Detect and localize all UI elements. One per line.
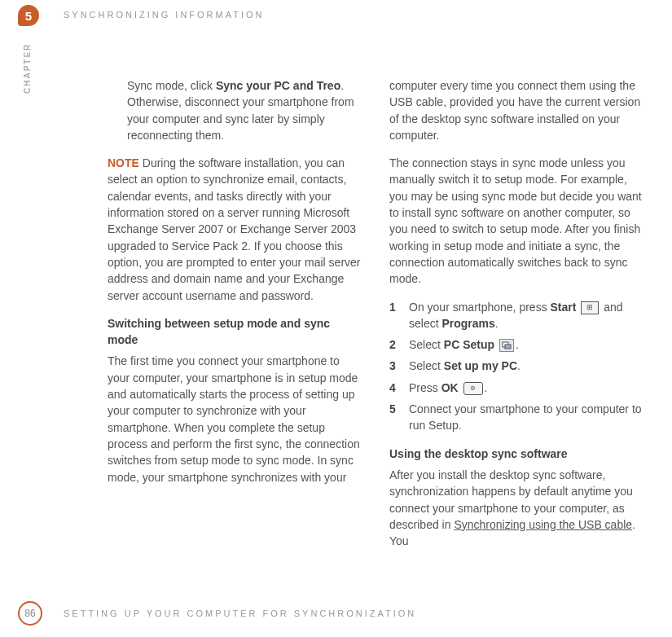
step-number: 1 [389, 299, 409, 332]
text: On your smartphone, press [409, 301, 551, 314]
chapter-number-badge: 5 [18, 5, 39, 26]
text: . [485, 381, 488, 394]
list-item: 2 Select PC Setup . [389, 336, 645, 353]
ok-icon: ⊚ [463, 382, 483, 395]
text: . [495, 317, 499, 330]
column-right: computer every time you connect them usi… [389, 77, 645, 560]
list-item: 4 Press OK ⊚. [389, 380, 645, 396]
paragraph-computer-connect: computer every time you connect them usi… [389, 77, 645, 143]
step-text: Press OK ⊚. [409, 380, 645, 396]
list-item: 5 Connect your smartphone to your comput… [389, 401, 645, 434]
paragraph-after-install: After you install the desktop sync softw… [389, 467, 645, 549]
list-item: 1 On your smartphone, press Start ⊞ and … [389, 299, 645, 332]
step-text: Select PC Setup . [409, 336, 645, 353]
paragraph-first-connect: The first time you connect your smartpho… [108, 353, 363, 485]
bold-text: PC Setup [444, 338, 494, 351]
text: . [516, 338, 519, 351]
paragraph-sync-mode: Sync mode, click Sync your PC and Treo. … [108, 77, 363, 143]
bold-text: Start [551, 301, 577, 314]
step-number: 2 [389, 336, 409, 353]
text: Select [409, 338, 444, 351]
text: Sync mode, click [127, 79, 216, 92]
step-text: Connect your smartphone to your computer… [409, 401, 645, 434]
link-sync-usb[interactable]: Synchronizing using the USB cable [454, 518, 632, 531]
step-text: On your smartphone, press Start ⊞ and se… [409, 299, 645, 332]
note-paragraph: NOTE During the software installation, y… [108, 155, 363, 304]
svg-rect-1 [505, 345, 511, 349]
step-number: 4 [389, 380, 409, 396]
steps-list: 1 On your smartphone, press Start ⊞ and … [389, 299, 645, 434]
start-icon: ⊞ [581, 301, 599, 314]
step-text: Select Set up my PC. [409, 358, 645, 374]
text: Press [409, 381, 441, 394]
page-number-badge: 86 [18, 601, 42, 626]
note-label: NOTE [108, 156, 139, 169]
list-item: 3 Select Set up my PC. [389, 358, 645, 374]
text: Select [409, 359, 444, 372]
column-left: Sync mode, click Sync your PC and Treo. … [108, 77, 363, 560]
subheading-desktop-sync: Using the desktop sync software [389, 446, 645, 462]
subheading-switching-modes: Switching between setup mode and sync mo… [108, 315, 363, 349]
step-number: 3 [389, 358, 409, 374]
page-header-title: SYNCHRONIZING INFORMATION [64, 10, 265, 20]
chapter-side-label: CHAPTER [23, 43, 32, 94]
bold-text: Sync your PC and Treo [216, 79, 340, 92]
bold-text: Set up my PC [444, 359, 517, 372]
page-footer-title: SETTING UP YOUR COMPUTER FOR SYNCHRONIZA… [64, 608, 416, 618]
bold-text: Programs [441, 317, 494, 330]
step-number: 5 [389, 401, 409, 434]
note-body: During the software installation, you ca… [108, 156, 361, 301]
bold-text: OK [441, 381, 459, 394]
page-content: Sync mode, click Sync your PC and Treo. … [108, 77, 645, 560]
paragraph-connection-stays: The connection stays in sync mode unless… [389, 155, 645, 287]
text: . [517, 359, 520, 372]
pc-setup-icon [499, 339, 514, 352]
